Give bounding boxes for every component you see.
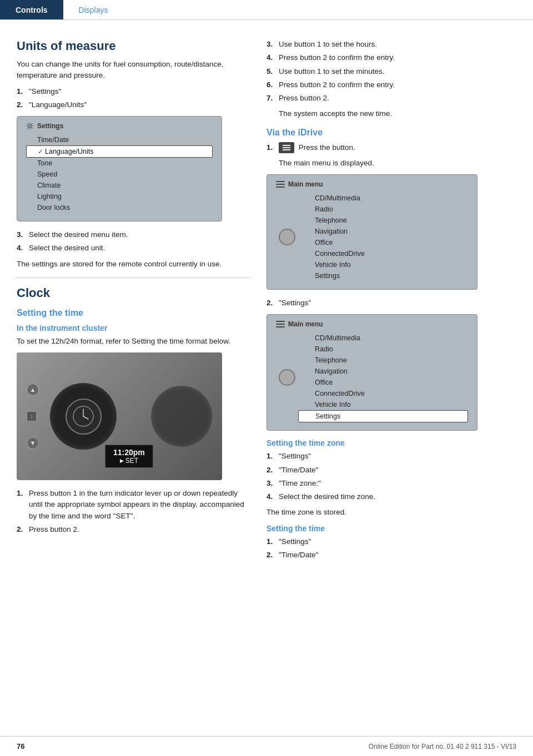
mm2-item-connecteddrive[interactable]: ConnectedDrive (298, 388, 468, 399)
timezone-stored-note: The time zone is stored. (266, 507, 516, 518)
via-idrive-title: Via the iDrive (266, 128, 516, 138)
mm-item-office[interactable]: Office (298, 237, 468, 248)
svg-rect-7 (276, 321, 285, 322)
step-num: 2. (17, 99, 29, 110)
button-arrows: ▲ ↕ ▼ (27, 384, 39, 449)
main-menu-screenshot-1: Main menu CD/Multimedia Radio Telephone … (266, 174, 477, 290)
speed-gauge (151, 386, 212, 447)
mm2-item-radio[interactable]: Radio (298, 344, 468, 355)
right-steps-continued: 3. Use button 1 to set the hours. 4. Pre… (266, 39, 516, 104)
step-text: Press button 1 in the turn indicator lev… (29, 488, 250, 522)
menu-list-icon-2 (276, 321, 285, 327)
mm-dial-area-2 (276, 332, 298, 422)
main-menu-screenshot-2: Main menu CD/Multimedia Radio Telephone … (266, 314, 477, 431)
left-column: Units of measure You can change the unit… (17, 33, 250, 565)
system-accepts-text: The system accepts the new time. (279, 108, 516, 119)
list-item: 3. "Time zone:" (266, 478, 516, 489)
step-text: "Settings" (279, 536, 311, 547)
svg-rect-9 (276, 326, 285, 327)
svg-rect-4 (276, 181, 285, 182)
mm2-item-settings[interactable]: Settings (298, 410, 468, 422)
list-item: 1. Press the button. (266, 142, 516, 153)
units-intro-text: You can change the units for fuel consum… (17, 59, 250, 82)
list-item: 2. "Language/Units" (17, 99, 250, 110)
right-column: 3. Use button 1 to set the hours. 4. Pre… (266, 33, 516, 565)
main-menu-label-2: Main menu (288, 320, 323, 328)
idrive-step1: 1. Press the button. (266, 142, 516, 153)
step-num: 4. (266, 491, 279, 502)
button-1-down: ▼ (27, 437, 39, 449)
list-item: 3. Select the desired menu item. (17, 229, 250, 240)
mm2-item-vehicleinfo[interactable]: Vehicle Info (298, 399, 468, 410)
mm2-item-cdmultimedia[interactable]: CD/Multimedia (298, 332, 468, 344)
svg-point-0 (29, 125, 32, 128)
instrument-text: To set the 12h/24h format, refer to Sett… (17, 336, 250, 347)
settings-menu-item-speed[interactable]: Speed (26, 169, 213, 180)
step-num: 2. (266, 465, 279, 476)
settings-menu-item-language[interactable]: Language/Units (26, 145, 213, 158)
list-item: 2. "Settings" (266, 298, 516, 309)
units-of-measure-title: Units of measure (17, 39, 250, 53)
tab-controls[interactable]: Controls (0, 0, 63, 19)
step-num: 4. (17, 243, 29, 254)
mm-item-settings[interactable]: Settings (298, 270, 468, 281)
time-display: 11:20pm (113, 448, 145, 457)
mm2-item-telephone[interactable]: Telephone (298, 355, 468, 366)
idrive-dial-2 (279, 369, 295, 386)
step-num: 1. (17, 86, 29, 97)
main-menu-title-2: Main menu (276, 320, 468, 328)
settings-menu-item-climate[interactable]: Climate (26, 180, 213, 191)
set-text: SET (125, 457, 138, 465)
step-num: 5. (266, 66, 279, 77)
units-steps-list: 1. "Settings" 2. "Language/Units" (17, 86, 250, 111)
tab-displays[interactable]: Displays (63, 0, 124, 19)
list-item: 4. Select the desired unit. (17, 243, 250, 254)
step-text: Select the desired unit. (29, 243, 105, 254)
setting-timezone-title: Setting the time zone (266, 439, 516, 447)
set-display-box: 11:20pm ▶ SET (105, 445, 153, 468)
list-item: 7. Press button 2. (266, 93, 516, 104)
step-text: "Time zone:" (279, 478, 321, 489)
step-num: 2. (17, 524, 29, 535)
content-area: Units of measure You can change the unit… (0, 20, 533, 587)
settings-menu-item-lighting[interactable]: Lighting (26, 191, 213, 202)
clock-face-svg (72, 405, 94, 427)
settings-menu-item-tone[interactable]: Tone (26, 158, 213, 169)
step-num: 3. (17, 229, 29, 240)
instrument-cluster-subheading: In the instrument cluster (17, 324, 250, 332)
step-text: Press button 2. (29, 524, 79, 535)
settings-screenshot-title: Settings (26, 122, 213, 130)
list-item: 6. Press button 2 to confirm the entry. (266, 79, 516, 90)
svg-line-3 (83, 416, 88, 419)
mm-item-radio[interactable]: Radio (298, 204, 468, 215)
list-item: 4. Select the desired time zone. (266, 491, 516, 502)
setting-time-subtitle: Setting the time (17, 308, 250, 318)
button-1-up: ▲ (27, 384, 39, 396)
set-label-display: ▶ SET (113, 457, 145, 465)
settings-menu-item-timedate[interactable]: Time/Date (26, 134, 213, 145)
list-item: 1. "Settings" (17, 86, 250, 97)
mm2-item-navigation[interactable]: Navigation (298, 366, 468, 377)
menu-list-icon (276, 181, 285, 188)
step-num: 2. (266, 298, 279, 309)
mm-items-area-2: CD/Multimedia Radio Telephone Navigation… (298, 332, 468, 422)
step-num: 1. (17, 488, 29, 522)
top-nav: Controls Displays (0, 0, 533, 20)
mm-item-connecteddrive[interactable]: ConnectedDrive (298, 248, 468, 259)
list-item: 1. "Settings" (266, 451, 516, 462)
settings-screenshot: Settings Time/Date Language/Units Tone S… (17, 116, 222, 221)
page-footer: 76 Online Edition for Part no. 01 40 2 9… (0, 736, 533, 756)
mm-dial-area (276, 193, 298, 281)
settings-menu-item-doorlocks[interactable]: Door locks (26, 202, 213, 213)
units-steps2-list: 3. Select the desired menu item. 4. Sele… (17, 229, 250, 254)
mm2-item-office[interactable]: Office (298, 377, 468, 388)
step-text: Press button 2 to confirm the entry. (279, 52, 395, 63)
mm-item-vehicleinfo[interactable]: Vehicle Info (298, 259, 468, 270)
mm-item-cdmultimedia[interactable]: CD/Multimedia (298, 193, 468, 204)
mm-item-navigation[interactable]: Navigation (298, 226, 468, 237)
main-menu-title-1: Main menu (276, 180, 468, 188)
mm-item-telephone[interactable]: Telephone (298, 215, 468, 226)
list-item: 5. Use button 1 to set the minutes. (266, 66, 516, 77)
step-text: Press the button. (279, 142, 355, 153)
main-menu-displayed-text: The main menu is displayed. (279, 158, 516, 169)
